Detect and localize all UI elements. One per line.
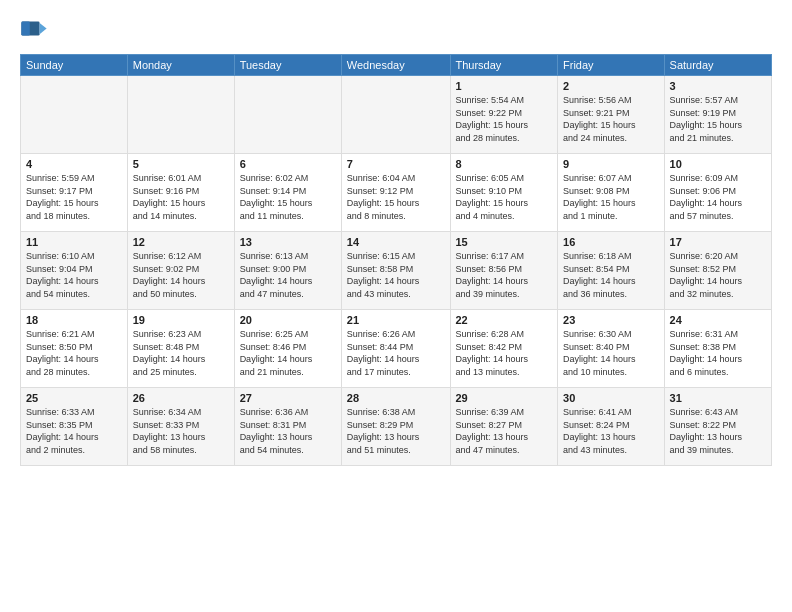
day-info: Sunrise: 6:17 AM Sunset: 8:56 PM Dayligh… — [456, 250, 553, 300]
day-info: Sunrise: 6:28 AM Sunset: 8:42 PM Dayligh… — [456, 328, 553, 378]
day-info: Sunrise: 5:54 AM Sunset: 9:22 PM Dayligh… — [456, 94, 553, 144]
day-number: 8 — [456, 158, 553, 170]
week-row-5: 25Sunrise: 6:33 AM Sunset: 8:35 PM Dayli… — [21, 388, 772, 466]
day-info: Sunrise: 6:39 AM Sunset: 8:27 PM Dayligh… — [456, 406, 553, 456]
day-number: 28 — [347, 392, 445, 404]
logo-icon — [20, 16, 48, 44]
calendar-cell: 15Sunrise: 6:17 AM Sunset: 8:56 PM Dayli… — [450, 232, 558, 310]
logo — [20, 16, 50, 44]
weekday-header-saturday: Saturday — [664, 55, 771, 76]
week-row-1: 1Sunrise: 5:54 AM Sunset: 9:22 PM Daylig… — [21, 76, 772, 154]
day-number: 13 — [240, 236, 336, 248]
day-number: 16 — [563, 236, 659, 248]
calendar-cell: 24Sunrise: 6:31 AM Sunset: 8:38 PM Dayli… — [664, 310, 771, 388]
day-info: Sunrise: 5:56 AM Sunset: 9:21 PM Dayligh… — [563, 94, 659, 144]
day-info: Sunrise: 6:34 AM Sunset: 8:33 PM Dayligh… — [133, 406, 229, 456]
weekday-header-monday: Monday — [127, 55, 234, 76]
day-info: Sunrise: 6:07 AM Sunset: 9:08 PM Dayligh… — [563, 172, 659, 222]
weekday-header-thursday: Thursday — [450, 55, 558, 76]
calendar-cell: 14Sunrise: 6:15 AM Sunset: 8:58 PM Dayli… — [341, 232, 450, 310]
calendar-cell: 13Sunrise: 6:13 AM Sunset: 9:00 PM Dayli… — [234, 232, 341, 310]
day-info: Sunrise: 6:20 AM Sunset: 8:52 PM Dayligh… — [670, 250, 766, 300]
calendar-cell — [234, 76, 341, 154]
day-info: Sunrise: 6:26 AM Sunset: 8:44 PM Dayligh… — [347, 328, 445, 378]
day-number: 22 — [456, 314, 553, 326]
weekday-header-row: SundayMondayTuesdayWednesdayThursdayFrid… — [21, 55, 772, 76]
weekday-header-friday: Friday — [558, 55, 665, 76]
day-info: Sunrise: 6:10 AM Sunset: 9:04 PM Dayligh… — [26, 250, 122, 300]
calendar-cell: 2Sunrise: 5:56 AM Sunset: 9:21 PM Daylig… — [558, 76, 665, 154]
day-info: Sunrise: 6:15 AM Sunset: 8:58 PM Dayligh… — [347, 250, 445, 300]
calendar-cell: 9Sunrise: 6:07 AM Sunset: 9:08 PM Daylig… — [558, 154, 665, 232]
calendar-cell — [21, 76, 128, 154]
calendar-cell: 23Sunrise: 6:30 AM Sunset: 8:40 PM Dayli… — [558, 310, 665, 388]
day-number: 29 — [456, 392, 553, 404]
calendar-cell: 30Sunrise: 6:41 AM Sunset: 8:24 PM Dayli… — [558, 388, 665, 466]
day-info: Sunrise: 6:09 AM Sunset: 9:06 PM Dayligh… — [670, 172, 766, 222]
calendar-cell: 21Sunrise: 6:26 AM Sunset: 8:44 PM Dayli… — [341, 310, 450, 388]
day-info: Sunrise: 6:38 AM Sunset: 8:29 PM Dayligh… — [347, 406, 445, 456]
day-info: Sunrise: 6:13 AM Sunset: 9:00 PM Dayligh… — [240, 250, 336, 300]
calendar-cell: 22Sunrise: 6:28 AM Sunset: 8:42 PM Dayli… — [450, 310, 558, 388]
calendar-cell: 3Sunrise: 5:57 AM Sunset: 9:19 PM Daylig… — [664, 76, 771, 154]
calendar-page: SundayMondayTuesdayWednesdayThursdayFrid… — [0, 0, 792, 612]
week-row-2: 4Sunrise: 5:59 AM Sunset: 9:17 PM Daylig… — [21, 154, 772, 232]
day-info: Sunrise: 6:05 AM Sunset: 9:10 PM Dayligh… — [456, 172, 553, 222]
calendar-cell: 29Sunrise: 6:39 AM Sunset: 8:27 PM Dayli… — [450, 388, 558, 466]
day-info: Sunrise: 6:18 AM Sunset: 8:54 PM Dayligh… — [563, 250, 659, 300]
weekday-header-tuesday: Tuesday — [234, 55, 341, 76]
calendar-cell: 6Sunrise: 6:02 AM Sunset: 9:14 PM Daylig… — [234, 154, 341, 232]
calendar-cell: 16Sunrise: 6:18 AM Sunset: 8:54 PM Dayli… — [558, 232, 665, 310]
day-number: 25 — [26, 392, 122, 404]
day-number: 20 — [240, 314, 336, 326]
calendar-cell: 5Sunrise: 6:01 AM Sunset: 9:16 PM Daylig… — [127, 154, 234, 232]
weekday-header-sunday: Sunday — [21, 55, 128, 76]
day-number: 27 — [240, 392, 336, 404]
day-number: 7 — [347, 158, 445, 170]
calendar-cell — [127, 76, 234, 154]
day-number: 26 — [133, 392, 229, 404]
day-info: Sunrise: 6:01 AM Sunset: 9:16 PM Dayligh… — [133, 172, 229, 222]
day-number: 17 — [670, 236, 766, 248]
calendar-cell: 17Sunrise: 6:20 AM Sunset: 8:52 PM Dayli… — [664, 232, 771, 310]
day-number: 12 — [133, 236, 229, 248]
day-number: 24 — [670, 314, 766, 326]
day-number: 6 — [240, 158, 336, 170]
calendar-cell: 28Sunrise: 6:38 AM Sunset: 8:29 PM Dayli… — [341, 388, 450, 466]
day-number: 14 — [347, 236, 445, 248]
day-info: Sunrise: 6:30 AM Sunset: 8:40 PM Dayligh… — [563, 328, 659, 378]
day-number: 23 — [563, 314, 659, 326]
calendar-cell: 4Sunrise: 5:59 AM Sunset: 9:17 PM Daylig… — [21, 154, 128, 232]
day-number: 31 — [670, 392, 766, 404]
day-info: Sunrise: 6:36 AM Sunset: 8:31 PM Dayligh… — [240, 406, 336, 456]
week-row-4: 18Sunrise: 6:21 AM Sunset: 8:50 PM Dayli… — [21, 310, 772, 388]
day-info: Sunrise: 6:02 AM Sunset: 9:14 PM Dayligh… — [240, 172, 336, 222]
day-number: 4 — [26, 158, 122, 170]
day-info: Sunrise: 6:31 AM Sunset: 8:38 PM Dayligh… — [670, 328, 766, 378]
calendar-cell: 27Sunrise: 6:36 AM Sunset: 8:31 PM Dayli… — [234, 388, 341, 466]
day-info: Sunrise: 6:43 AM Sunset: 8:22 PM Dayligh… — [670, 406, 766, 456]
svg-rect-2 — [21, 22, 29, 36]
weekday-header-wednesday: Wednesday — [341, 55, 450, 76]
day-number: 10 — [670, 158, 766, 170]
calendar-cell — [341, 76, 450, 154]
day-info: Sunrise: 6:04 AM Sunset: 9:12 PM Dayligh… — [347, 172, 445, 222]
calendar-cell: 19Sunrise: 6:23 AM Sunset: 8:48 PM Dayli… — [127, 310, 234, 388]
calendar-cell: 20Sunrise: 6:25 AM Sunset: 8:46 PM Dayli… — [234, 310, 341, 388]
calendar-cell: 1Sunrise: 5:54 AM Sunset: 9:22 PM Daylig… — [450, 76, 558, 154]
day-number: 9 — [563, 158, 659, 170]
calendar-cell: 7Sunrise: 6:04 AM Sunset: 9:12 PM Daylig… — [341, 154, 450, 232]
calendar-cell: 26Sunrise: 6:34 AM Sunset: 8:33 PM Dayli… — [127, 388, 234, 466]
calendar-cell: 11Sunrise: 6:10 AM Sunset: 9:04 PM Dayli… — [21, 232, 128, 310]
day-info: Sunrise: 6:12 AM Sunset: 9:02 PM Dayligh… — [133, 250, 229, 300]
day-info: Sunrise: 5:59 AM Sunset: 9:17 PM Dayligh… — [26, 172, 122, 222]
calendar-table: SundayMondayTuesdayWednesdayThursdayFrid… — [20, 54, 772, 466]
day-number: 11 — [26, 236, 122, 248]
day-number: 15 — [456, 236, 553, 248]
page-header — [20, 16, 772, 44]
calendar-cell: 31Sunrise: 6:43 AM Sunset: 8:22 PM Dayli… — [664, 388, 771, 466]
day-number: 1 — [456, 80, 553, 92]
calendar-cell: 10Sunrise: 6:09 AM Sunset: 9:06 PM Dayli… — [664, 154, 771, 232]
day-info: Sunrise: 6:33 AM Sunset: 8:35 PM Dayligh… — [26, 406, 122, 456]
calendar-cell: 18Sunrise: 6:21 AM Sunset: 8:50 PM Dayli… — [21, 310, 128, 388]
